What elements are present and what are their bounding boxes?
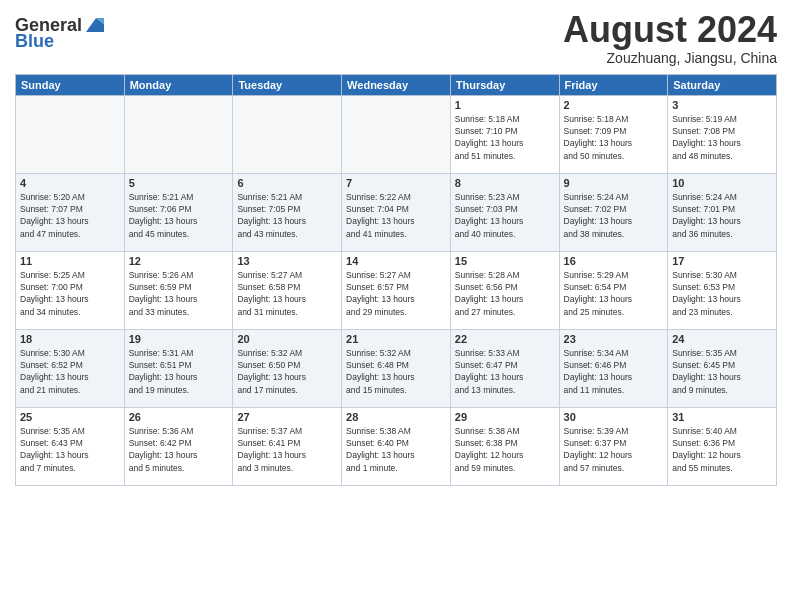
day-info: Sunrise: 5:29 AMSunset: 6:54 PMDaylight:… — [564, 269, 664, 318]
day-number: 31 — [672, 411, 772, 423]
day-info: Sunrise: 5:18 AMSunset: 7:10 PMDaylight:… — [455, 113, 555, 162]
logo-blue-text: Blue — [15, 32, 54, 50]
day-info: Sunrise: 5:31 AMSunset: 6:51 PMDaylight:… — [129, 347, 229, 396]
day-info: Sunrise: 5:24 AMSunset: 7:02 PMDaylight:… — [564, 191, 664, 240]
calendar-cell-3-6: 16Sunrise: 5:29 AMSunset: 6:54 PMDayligh… — [559, 251, 668, 329]
calendar-cell-1-1 — [16, 95, 125, 173]
day-number: 17 — [672, 255, 772, 267]
day-info: Sunrise: 5:32 AMSunset: 6:50 PMDaylight:… — [237, 347, 337, 396]
calendar-cell-4-7: 24Sunrise: 5:35 AMSunset: 6:45 PMDayligh… — [668, 329, 777, 407]
calendar-cell-5-7: 31Sunrise: 5:40 AMSunset: 6:36 PMDayligh… — [668, 407, 777, 485]
day-number: 19 — [129, 333, 229, 345]
day-info: Sunrise: 5:34 AMSunset: 6:46 PMDaylight:… — [564, 347, 664, 396]
calendar-cell-1-7: 3Sunrise: 5:19 AMSunset: 7:08 PMDaylight… — [668, 95, 777, 173]
day-info: Sunrise: 5:28 AMSunset: 6:56 PMDaylight:… — [455, 269, 555, 318]
calendar-cell-5-5: 29Sunrise: 5:38 AMSunset: 6:38 PMDayligh… — [450, 407, 559, 485]
day-number: 2 — [564, 99, 664, 111]
day-info: Sunrise: 5:27 AMSunset: 6:57 PMDaylight:… — [346, 269, 446, 318]
day-number: 24 — [672, 333, 772, 345]
day-number: 12 — [129, 255, 229, 267]
col-wednesday: Wednesday — [342, 74, 451, 95]
location-subtitle: Zouzhuang, Jiangsu, China — [563, 50, 777, 66]
day-number: 30 — [564, 411, 664, 423]
day-info: Sunrise: 5:32 AMSunset: 6:48 PMDaylight:… — [346, 347, 446, 396]
day-number: 16 — [564, 255, 664, 267]
day-info: Sunrise: 5:23 AMSunset: 7:03 PMDaylight:… — [455, 191, 555, 240]
day-number: 23 — [564, 333, 664, 345]
day-info: Sunrise: 5:21 AMSunset: 7:05 PMDaylight:… — [237, 191, 337, 240]
day-number: 26 — [129, 411, 229, 423]
day-info: Sunrise: 5:20 AMSunset: 7:07 PMDaylight:… — [20, 191, 120, 240]
calendar-cell-3-4: 14Sunrise: 5:27 AMSunset: 6:57 PMDayligh… — [342, 251, 451, 329]
title-block: August 2024 Zouzhuang, Jiangsu, China — [563, 10, 777, 66]
calendar-cell-2-6: 9Sunrise: 5:24 AMSunset: 7:02 PMDaylight… — [559, 173, 668, 251]
day-info: Sunrise: 5:22 AMSunset: 7:04 PMDaylight:… — [346, 191, 446, 240]
day-info: Sunrise: 5:30 AMSunset: 6:53 PMDaylight:… — [672, 269, 772, 318]
calendar-body: 1Sunrise: 5:18 AMSunset: 7:10 PMDaylight… — [16, 95, 777, 485]
day-info: Sunrise: 5:35 AMSunset: 6:43 PMDaylight:… — [20, 425, 120, 474]
day-number: 13 — [237, 255, 337, 267]
col-thursday: Thursday — [450, 74, 559, 95]
col-friday: Friday — [559, 74, 668, 95]
calendar-week-1: 1Sunrise: 5:18 AMSunset: 7:10 PMDaylight… — [16, 95, 777, 173]
day-info: Sunrise: 5:36 AMSunset: 6:42 PMDaylight:… — [129, 425, 229, 474]
col-monday: Monday — [124, 74, 233, 95]
calendar-cell-1-6: 2Sunrise: 5:18 AMSunset: 7:09 PMDaylight… — [559, 95, 668, 173]
col-tuesday: Tuesday — [233, 74, 342, 95]
calendar-cell-1-5: 1Sunrise: 5:18 AMSunset: 7:10 PMDaylight… — [450, 95, 559, 173]
calendar-cell-4-4: 21Sunrise: 5:32 AMSunset: 6:48 PMDayligh… — [342, 329, 451, 407]
calendar-cell-2-2: 5Sunrise: 5:21 AMSunset: 7:06 PMDaylight… — [124, 173, 233, 251]
calendar-cell-5-4: 28Sunrise: 5:38 AMSunset: 6:40 PMDayligh… — [342, 407, 451, 485]
calendar-cell-2-1: 4Sunrise: 5:20 AMSunset: 7:07 PMDaylight… — [16, 173, 125, 251]
calendar-week-5: 25Sunrise: 5:35 AMSunset: 6:43 PMDayligh… — [16, 407, 777, 485]
calendar-cell-3-2: 12Sunrise: 5:26 AMSunset: 6:59 PMDayligh… — [124, 251, 233, 329]
day-number: 25 — [20, 411, 120, 423]
day-number: 20 — [237, 333, 337, 345]
day-number: 22 — [455, 333, 555, 345]
day-info: Sunrise: 5:19 AMSunset: 7:08 PMDaylight:… — [672, 113, 772, 162]
day-info: Sunrise: 5:38 AMSunset: 6:38 PMDaylight:… — [455, 425, 555, 474]
day-number: 7 — [346, 177, 446, 189]
day-number: 15 — [455, 255, 555, 267]
day-number: 29 — [455, 411, 555, 423]
calendar-cell-5-6: 30Sunrise: 5:39 AMSunset: 6:37 PMDayligh… — [559, 407, 668, 485]
calendar-cell-2-5: 8Sunrise: 5:23 AMSunset: 7:03 PMDaylight… — [450, 173, 559, 251]
day-number: 11 — [20, 255, 120, 267]
calendar-cell-5-3: 27Sunrise: 5:37 AMSunset: 6:41 PMDayligh… — [233, 407, 342, 485]
day-number: 10 — [672, 177, 772, 189]
day-number: 27 — [237, 411, 337, 423]
calendar-cell-4-5: 22Sunrise: 5:33 AMSunset: 6:47 PMDayligh… — [450, 329, 559, 407]
calendar-cell-3-7: 17Sunrise: 5:30 AMSunset: 6:53 PMDayligh… — [668, 251, 777, 329]
calendar-cell-2-3: 6Sunrise: 5:21 AMSunset: 7:05 PMDaylight… — [233, 173, 342, 251]
calendar-cell-4-2: 19Sunrise: 5:31 AMSunset: 6:51 PMDayligh… — [124, 329, 233, 407]
col-saturday: Saturday — [668, 74, 777, 95]
calendar-week-4: 18Sunrise: 5:30 AMSunset: 6:52 PMDayligh… — [16, 329, 777, 407]
day-info: Sunrise: 5:25 AMSunset: 7:00 PMDaylight:… — [20, 269, 120, 318]
calendar-cell-1-3 — [233, 95, 342, 173]
calendar-cell-1-2 — [124, 95, 233, 173]
day-info: Sunrise: 5:30 AMSunset: 6:52 PMDaylight:… — [20, 347, 120, 396]
day-number: 18 — [20, 333, 120, 345]
day-number: 21 — [346, 333, 446, 345]
calendar-week-2: 4Sunrise: 5:20 AMSunset: 7:07 PMDaylight… — [16, 173, 777, 251]
calendar-table: Sunday Monday Tuesday Wednesday Thursday… — [15, 74, 777, 486]
day-info: Sunrise: 5:37 AMSunset: 6:41 PMDaylight:… — [237, 425, 337, 474]
day-number: 28 — [346, 411, 446, 423]
calendar-cell-4-1: 18Sunrise: 5:30 AMSunset: 6:52 PMDayligh… — [16, 329, 125, 407]
calendar-cell-3-5: 15Sunrise: 5:28 AMSunset: 6:56 PMDayligh… — [450, 251, 559, 329]
col-sunday: Sunday — [16, 74, 125, 95]
day-info: Sunrise: 5:18 AMSunset: 7:09 PMDaylight:… — [564, 113, 664, 162]
header: General Blue August 2024 Zouzhuang, Jian… — [15, 10, 777, 66]
calendar-cell-1-4 — [342, 95, 451, 173]
calendar-header-row: Sunday Monday Tuesday Wednesday Thursday… — [16, 74, 777, 95]
day-info: Sunrise: 5:26 AMSunset: 6:59 PMDaylight:… — [129, 269, 229, 318]
calendar-cell-5-2: 26Sunrise: 5:36 AMSunset: 6:42 PMDayligh… — [124, 407, 233, 485]
calendar-cell-3-3: 13Sunrise: 5:27 AMSunset: 6:58 PMDayligh… — [233, 251, 342, 329]
day-info: Sunrise: 5:40 AMSunset: 6:36 PMDaylight:… — [672, 425, 772, 474]
calendar-week-3: 11Sunrise: 5:25 AMSunset: 7:00 PMDayligh… — [16, 251, 777, 329]
day-info: Sunrise: 5:33 AMSunset: 6:47 PMDaylight:… — [455, 347, 555, 396]
day-number: 6 — [237, 177, 337, 189]
day-info: Sunrise: 5:39 AMSunset: 6:37 PMDaylight:… — [564, 425, 664, 474]
calendar-cell-4-6: 23Sunrise: 5:34 AMSunset: 6:46 PMDayligh… — [559, 329, 668, 407]
day-number: 3 — [672, 99, 772, 111]
